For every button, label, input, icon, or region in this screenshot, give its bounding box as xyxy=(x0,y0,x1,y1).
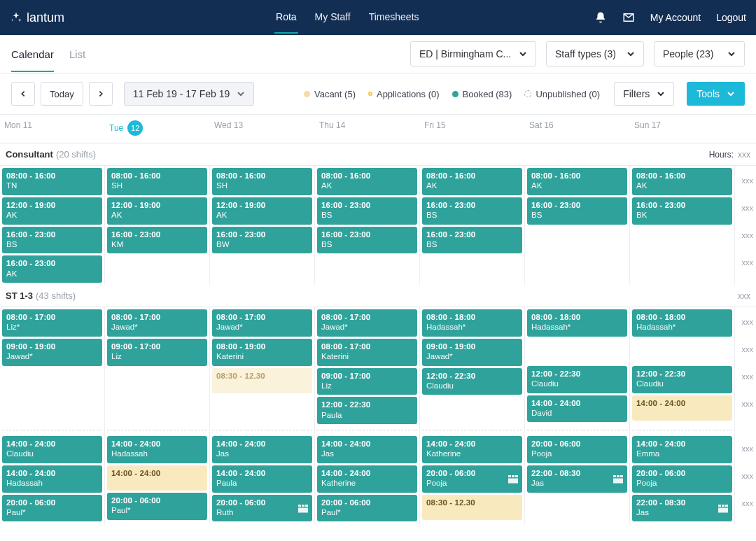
shift-card[interactable]: 08:00 - 16:00AK xyxy=(632,168,732,195)
day-column: 08:00 - 17:00Jawad*08:00 - 17:00Katerini… xyxy=(315,307,420,426)
logout-link[interactable]: Logout xyxy=(716,12,746,23)
day-header-cell[interactable]: Sat 16 xyxy=(525,120,630,136)
shift-card[interactable]: 08:00 - 16:00AK xyxy=(527,168,627,195)
shift-card[interactable]: 08:00 - 19:00Katerini xyxy=(212,339,312,366)
shift-card[interactable]: 22:00 - 08:30Jas xyxy=(527,465,627,493)
shift-staff: Jas xyxy=(636,507,728,517)
shift-card[interactable]: 16:00 - 23:00BS xyxy=(317,227,417,254)
shift-card[interactable]: 16:00 - 23:00BK xyxy=(632,197,732,225)
shift-card[interactable]: 08:30 - 12.30 xyxy=(422,495,522,520)
shift-card[interactable]: 08:30 - 12.30 xyxy=(212,368,312,393)
shift-staff: Liz* xyxy=(6,322,98,332)
day-header-cell[interactable]: Thu 14 xyxy=(315,120,420,136)
today-button[interactable]: Today xyxy=(41,82,83,106)
day-header-cell[interactable]: Wed 13 xyxy=(210,120,315,136)
shift-card[interactable]: 16:00 - 23:00BW xyxy=(212,227,312,254)
shift-card[interactable]: 20:00 - 06:00Ruth xyxy=(212,495,312,522)
prev-week-button[interactable] xyxy=(11,82,35,106)
shift-card[interactable]: 20:00 - 06:00Pooja xyxy=(632,465,732,493)
shift-card[interactable]: 14:00 - 24:00Claudiu xyxy=(2,436,102,463)
brand-logo[interactable]: lantum xyxy=(10,10,64,25)
staff-types-select[interactable]: Staff types (3) xyxy=(546,41,644,66)
shift-card[interactable]: 08:00 - 18:00Hadassah* xyxy=(632,309,732,337)
shift-card[interactable]: 16:00 - 23:00BS xyxy=(422,197,522,225)
shift-card[interactable]: 16:00 - 23:00KM xyxy=(107,227,207,254)
shift-card[interactable]: 16:00 - 23:00BS xyxy=(422,227,522,254)
legend-applications[interactable]: Applications (0) xyxy=(368,89,440,99)
legend-booked[interactable]: Booked (83) xyxy=(452,89,512,99)
filters-select[interactable]: Filters xyxy=(614,82,674,106)
shift-card[interactable]: 09:00 - 17:00Liz xyxy=(107,339,207,366)
legend-vacant[interactable]: Vacant (5) xyxy=(304,89,356,99)
people-select[interactable]: People (23) xyxy=(654,41,745,66)
shift-card[interactable]: 08:00 - 16:00TN xyxy=(2,168,102,195)
shift-card[interactable]: 12:00 - 22:30Claudiu xyxy=(632,366,732,393)
nav-link-timesheets[interactable]: Timesheets xyxy=(368,1,421,34)
shift-card[interactable]: 08:00 - 16:00SH xyxy=(107,168,207,195)
shift-card[interactable]: 12:00 - 22:30Claudiu xyxy=(422,368,522,395)
legend-unpublished[interactable]: Unpublished (0) xyxy=(524,89,600,99)
shift-card[interactable]: 20:00 - 06:00Pooja xyxy=(527,436,627,463)
shift-card[interactable]: 20:00 - 06:00Pooja xyxy=(422,465,522,493)
day-column: 20:00 - 06:00Pooja22:00 - 08:30Jas xyxy=(525,434,630,524)
shift-card[interactable]: 20:00 - 06:00Paul* xyxy=(317,495,417,522)
shift-card[interactable]: 16:00 - 23:00BS xyxy=(527,197,627,225)
shift-card[interactable]: 14:00 - 24:00Katherine xyxy=(422,436,522,463)
shift-card[interactable]: 08:00 - 17:00Jawad* xyxy=(212,309,312,337)
shift-card[interactable]: 12:00 - 19:00AK xyxy=(107,197,207,225)
date-range-select[interactable]: 11 Feb 19 - 17 Feb 19 xyxy=(124,82,255,106)
hours-gutter: xxxxxxxxxxxx xyxy=(735,307,756,426)
shift-card[interactable]: 12:00 - 22:30Paula xyxy=(317,397,417,424)
shift-card[interactable]: 14:00 - 24:00 xyxy=(632,395,732,421)
next-week-button[interactable] xyxy=(89,82,113,106)
tab-calendar[interactable]: Calendar xyxy=(11,36,54,72)
shift-card[interactable]: 16:00 - 23:00AK xyxy=(2,255,102,283)
department-select[interactable]: ED | Birmingham C... xyxy=(410,41,536,66)
shift-card[interactable]: 12:00 - 19:00AK xyxy=(212,197,312,225)
shift-staff: Claudiu xyxy=(531,379,623,388)
shift-card[interactable]: 12:00 - 19:00AK xyxy=(2,197,102,225)
day-header-cell[interactable]: Fri 15 xyxy=(420,120,525,136)
shift-time: 14:00 - 24:00 xyxy=(636,439,728,449)
tools-button[interactable]: Tools xyxy=(687,82,745,106)
mail-icon[interactable] xyxy=(622,11,635,24)
shift-card[interactable]: 08:00 - 17:00Katerini xyxy=(317,339,417,366)
shift-card[interactable]: 09:00 - 19:00Jawad* xyxy=(2,339,102,366)
shift-card[interactable]: 14:00 - 24:00 xyxy=(107,465,207,491)
my-account-link[interactable]: My Account xyxy=(650,12,701,23)
shift-card[interactable]: 14:00 - 24:00Jas xyxy=(317,436,417,463)
shift-card[interactable]: 14:00 - 24:00Paula xyxy=(212,465,312,493)
shift-card[interactable]: 08:00 - 16:00AK xyxy=(317,168,417,195)
shift-card[interactable]: 14:00 - 24:00Hadassah xyxy=(107,436,207,463)
shift-card[interactable]: 14:00 - 24:00Jas xyxy=(212,436,312,463)
shift-card[interactable]: 08:00 - 16:00AK xyxy=(422,168,522,195)
nav-link-rota[interactable]: Rota xyxy=(274,1,298,34)
shift-card[interactable]: 14:00 - 24:00Hadassah xyxy=(2,465,102,493)
shift-card[interactable]: 12:00 - 22:30Claudiu xyxy=(527,366,627,393)
shift-card[interactable]: 14:00 - 24:00Emma xyxy=(632,436,732,463)
shift-card[interactable]: 08:00 - 17:00Jawad* xyxy=(317,309,417,337)
tab-list[interactable]: List xyxy=(69,36,85,72)
shift-card[interactable]: 16:00 - 23:00BS xyxy=(2,227,102,254)
day-header-cell[interactable]: Mon 11 xyxy=(0,120,105,136)
day-column: 14:00 - 24:00Hadassah14:00 - 24:0020:00 … xyxy=(105,434,210,524)
shift-card[interactable]: 20:00 - 06:00Paul* xyxy=(107,493,207,520)
shift-card[interactable]: 14:00 - 24:00David xyxy=(527,395,627,423)
shift-card[interactable]: 08:00 - 17:00Liz* xyxy=(2,309,102,337)
shift-card[interactable]: 08:00 - 18:00Hadassah* xyxy=(422,309,522,337)
day-header-cell[interactable]: Sun 17 xyxy=(630,120,735,136)
shift-staff: Liz xyxy=(111,351,203,361)
shift-card[interactable]: 16:00 - 23:00BS xyxy=(317,197,417,225)
day-column: 08:00 - 17:00Liz*09:00 - 19:00Jawad* xyxy=(0,307,105,426)
shift-card[interactable]: 08:00 - 17:00Jawad* xyxy=(107,309,207,337)
nav-link-my-staff[interactable]: My Staff xyxy=(314,1,352,34)
shift-card[interactable]: 22:00 - 08:30Jas xyxy=(632,495,732,522)
shift-card[interactable]: 08:00 - 18:00Hadassah* xyxy=(527,309,627,337)
shift-card[interactable]: 09:00 - 17:00Liz xyxy=(317,368,417,395)
shift-card[interactable]: 14:00 - 24:00Katherine xyxy=(317,465,417,493)
shift-card[interactable]: 08:00 - 16:00SH xyxy=(212,168,312,195)
day-header-cell[interactable]: Tue12 xyxy=(105,120,210,136)
bell-icon[interactable] xyxy=(594,11,607,24)
shift-card[interactable]: 20:00 - 06:00Paul* xyxy=(2,495,102,522)
shift-card[interactable]: 09:00 - 19:00Jawad* xyxy=(422,339,522,366)
